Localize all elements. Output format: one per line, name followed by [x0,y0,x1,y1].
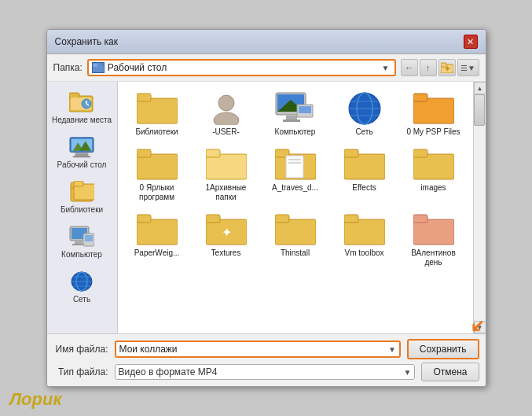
svg-rect-71 [344,215,358,223]
file-label: 0 Ярлыки программ [129,183,185,202]
main-area: Недавние места Рабочий стол [47,82,486,333]
file-item[interactable]: 1Архивные папки [193,144,259,206]
location-input[interactable]: Рабочий стол ▼ [87,59,396,76]
file-icon [344,92,385,125]
svg-rect-72 [413,219,454,245]
svg-rect-52 [206,154,247,179]
view-button[interactable]: ☰▼ [457,59,479,76]
sidebar-item-libraries[interactable]: Библиотеки [47,176,117,219]
file-icon [413,92,454,125]
filename-dropdown-icon[interactable]: ▼ [388,345,396,354]
filename-input[interactable] [119,344,388,355]
file-item[interactable]: Сеть [332,88,398,141]
svg-rect-62 [413,149,427,157]
file-icon [137,213,178,246]
svg-rect-73 [413,215,427,223]
file-item[interactable]: PaperWeig... [124,209,190,271]
file-item[interactable]: Thinstall [262,209,328,271]
svg-point-35 [214,112,239,125]
svg-rect-20 [74,181,83,186]
file-item[interactable]: ВАлентинов день [401,209,467,271]
file-icon [137,148,178,181]
file-item[interactable]: Effects [332,144,398,206]
sidebar-recent-label: Недавние места [52,116,112,125]
sidebar-item-desktop[interactable]: Рабочий стол [47,131,117,175]
svg-rect-56 [286,156,303,178]
file-icon [275,148,316,181]
file-label: Vm toolbox [344,248,383,258]
sidebar-item-network[interactable]: Сеть [47,266,117,309]
svg-rect-49 [413,94,427,101]
file-item[interactable]: 0 My PSP Files [401,88,467,141]
filename-input-wrap: ▼ [115,341,401,358]
file-item[interactable]: Компьютер [262,88,328,141]
scroll-up-arrow[interactable]: ▲ [474,82,486,94]
file-item[interactable]: ✦ Textures [193,209,259,271]
file-item[interactable]: images [401,144,467,206]
computer-icon [69,226,94,248]
cancel-button[interactable]: Отмена [421,363,479,381]
sidebar-libraries-label: Библиотеки [61,205,103,215]
file-icon [413,148,454,181]
sidebar-computer-label: Компьютер [61,250,102,260]
dialog-title: Сохранить как [55,36,118,47]
sidebar-desktop-label: Рабочий стол [57,160,107,170]
svg-point-34 [218,95,234,111]
file-item[interactable]: Библиотеки [124,88,190,141]
svg-rect-32 [137,98,178,123]
scrollbar-thumb[interactable] [474,94,485,126]
file-label: 0 My PSP Files [406,127,460,137]
svg-rect-53 [206,149,220,157]
file-label: Thinstall [281,248,310,258]
svg-rect-51 [137,149,151,157]
filetype-dropdown-icon[interactable]: ▼ [404,368,412,377]
sidebar-item-computer[interactable]: Компьютер [47,221,117,264]
file-label: ВАлентинов день [405,248,462,267]
svg-rect-14 [73,156,91,157]
svg-rect-13 [75,153,89,156]
svg-rect-40 [283,120,300,122]
location-dropdown-icon[interactable]: ▼ [380,64,391,72]
file-label: Сеть [355,127,372,137]
location-folder-icon [92,62,105,73]
svg-rect-50 [137,154,178,179]
back-button[interactable]: ← [401,59,418,76]
svg-rect-64 [137,215,151,223]
file-label: 1Архивные папки [198,183,255,202]
svg-rect-1 [93,64,97,67]
svg-text:✦: ✦ [444,64,451,73]
file-item[interactable]: -USER- [193,88,259,141]
bottom-bar: Имя файла: ▼ Сохранить ➜ Тип файла: Виде… [47,333,486,386]
file-item[interactable]: 0 Ярлыки программ [124,144,190,206]
folder-label: Папка: [53,62,83,73]
file-item[interactable]: A_traves_d... [262,144,328,206]
svg-rect-63 [137,219,178,245]
recent-icon [69,91,94,113]
network-icon [69,271,94,293]
sidebar-item-recent[interactable]: Недавние места [47,87,117,130]
sidebar: Недавние места Рабочий стол [47,82,118,333]
location-text: Рабочий стол [108,62,377,73]
file-icon [344,148,385,181]
file-icon [413,213,454,246]
close-button[interactable]: ✕ [464,35,478,49]
files-content: Библиотеки -USER- Компьютер Сеть 0 My PS… [118,82,486,333]
filename-label: Имя файла: [53,344,108,355]
svg-rect-60 [344,149,358,157]
scrollbar[interactable]: ▲ ▼ [473,82,486,333]
new-folder-button[interactable]: ✦ [438,59,456,76]
filetype-select-wrap: Видео в формате MP4 ▼ [115,364,416,380]
nav-buttons: ← ↑ ✦ ☰▼ [401,59,479,76]
file-item[interactable]: Vm toolbox [332,209,398,271]
file-icon: ✦ [206,213,247,246]
save-dialog: Сохранить как ✕ Папка: Рабочий стол ▼ ← … [46,29,486,387]
file-label: PaperWeig... [134,248,180,258]
save-button[interactable]: Сохранить [407,339,479,359]
svg-rect-61 [413,154,454,179]
file-icon [275,213,316,246]
svg-rect-26 [85,235,93,241]
filetype-row: Тип файла: Видео в формате MP4 ▼ Отмена [53,363,479,381]
svg-rect-33 [137,94,151,101]
up-button[interactable]: ↑ [420,59,437,76]
svg-rect-69 [275,215,289,223]
